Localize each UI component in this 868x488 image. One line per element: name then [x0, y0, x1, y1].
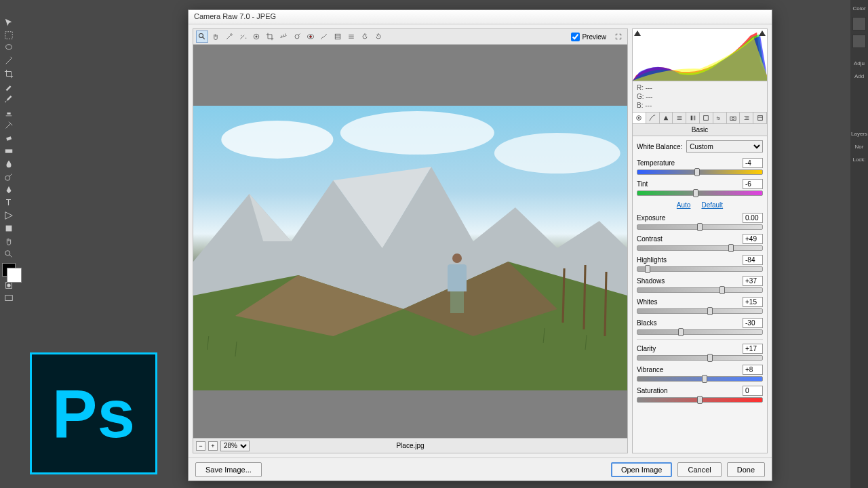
slider-thumb[interactable]: [728, 244, 734, 252]
tab-hsl-icon[interactable]: [673, 113, 686, 123]
slider-thumb[interactable]: [678, 328, 684, 336]
color-swatch[interactable]: [2, 263, 16, 277]
default-link[interactable]: Default: [701, 201, 723, 209]
open-image-button[interactable]: Open Image: [611, 462, 673, 477]
preview-checkbox[interactable]: [571, 33, 580, 41]
done-button[interactable]: Done: [727, 462, 765, 477]
tab-snapshots-icon[interactable]: [753, 113, 767, 123]
layers-panel-label[interactable]: Layers: [850, 129, 868, 138]
blacks-track[interactable]: [637, 329, 763, 335]
shape-tool-icon[interactable]: [1, 222, 16, 235]
temperature-track[interactable]: [637, 169, 763, 175]
white-balance-tool-icon[interactable]: [223, 30, 235, 43]
blacks-input[interactable]: [743, 318, 763, 328]
blur-tool-icon[interactable]: [1, 158, 16, 170]
tab-lens-icon[interactable]: [700, 113, 713, 123]
adjustment-brush-icon[interactable]: [318, 30, 330, 43]
rotate-cw-icon[interactable]: [372, 30, 384, 43]
vibrance-track[interactable]: [637, 376, 763, 382]
slider-thumb[interactable]: [693, 189, 698, 197]
zoom-tool-icon[interactable]: [196, 30, 208, 43]
stamp-tool-icon[interactable]: [1, 106, 16, 119]
tab-fx-icon[interactable]: fx: [713, 113, 727, 123]
saturation-track[interactable]: [637, 397, 763, 403]
slider-thumb[interactable]: [697, 396, 703, 404]
highlights-input[interactable]: [743, 255, 763, 265]
highlights-track[interactable]: [637, 266, 763, 272]
shadows-track[interactable]: [637, 287, 763, 293]
slider-thumb[interactable]: [719, 286, 725, 294]
slider-thumb[interactable]: [702, 375, 707, 383]
contrast-input[interactable]: [743, 234, 763, 244]
move-tool-icon[interactable]: [1, 16, 16, 28]
prefs-icon[interactable]: [345, 30, 357, 43]
slider-thumb[interactable]: [707, 307, 713, 315]
whites-input[interactable]: [743, 297, 763, 307]
graduated-filter-icon[interactable]: [332, 30, 344, 43]
rotate-ccw-icon[interactable]: [359, 30, 371, 43]
straighten-tool-icon[interactable]: [277, 30, 290, 43]
adjustments-panel-label[interactable]: Adju: [852, 59, 866, 68]
path-tool-icon[interactable]: [1, 209, 16, 222]
gradient-tool-icon[interactable]: [1, 145, 16, 157]
clarity-input[interactable]: [743, 344, 763, 354]
crop-tool-icon[interactable]: [1, 68, 16, 80]
history-brush-icon[interactable]: [1, 119, 16, 131]
tab-presets-icon[interactable]: [740, 113, 753, 123]
exposure-track[interactable]: [637, 224, 763, 230]
slider-thumb[interactable]: [697, 223, 703, 231]
tab-camera-icon[interactable]: [727, 113, 741, 123]
crop-tool-icon[interactable]: [264, 30, 276, 43]
saturation-input[interactable]: [743, 386, 763, 396]
clarity-track[interactable]: [637, 355, 763, 361]
marquee-tool-icon[interactable]: [1, 29, 16, 41]
zoom-out-button[interactable]: −: [196, 441, 205, 451]
tab-curve-icon[interactable]: [646, 113, 660, 123]
preview-canvas[interactable]: [193, 45, 628, 439]
panel-icon[interactable]: [852, 35, 866, 48]
hand-tool-icon[interactable]: [1, 235, 16, 247]
eraser-tool-icon[interactable]: [1, 132, 16, 144]
brush-tool-icon[interactable]: [1, 94, 16, 106]
tint-input[interactable]: [743, 179, 763, 189]
lasso-tool-icon[interactable]: [1, 42, 16, 54]
shadow-clip-icon[interactable]: [634, 30, 641, 36]
normal-label[interactable]: Nor: [854, 142, 865, 151]
screen-mode-icon[interactable]: [1, 292, 16, 304]
save-image-button[interactable]: Save Image...: [195, 462, 262, 477]
type-tool-icon[interactable]: T: [1, 197, 16, 209]
exposure-input[interactable]: [743, 213, 763, 223]
targeted-adjust-icon[interactable]: [250, 30, 262, 43]
contrast-track[interactable]: [637, 245, 763, 251]
slider-thumb[interactable]: [645, 265, 650, 273]
wand-tool-icon[interactable]: [1, 55, 16, 67]
highlight-clip-icon[interactable]: [759, 30, 766, 36]
auto-link[interactable]: Auto: [677, 201, 691, 209]
hand-tool-icon[interactable]: [210, 30, 222, 43]
fullscreen-icon[interactable]: [612, 30, 625, 43]
zoom-tool-icon[interactable]: [1, 248, 16, 260]
eyedropper-tool-icon[interactable]: [1, 81, 16, 93]
tab-basic-icon[interactable]: [633, 113, 646, 123]
shadows-input[interactable]: [743, 276, 763, 286]
temperature-input[interactable]: [743, 158, 763, 168]
zoom-select[interactable]: 28%: [220, 441, 250, 451]
tint-track[interactable]: [637, 190, 763, 196]
pen-tool-icon[interactable]: [1, 184, 16, 196]
slider-thumb[interactable]: [694, 168, 700, 176]
zoom-in-button[interactable]: +: [208, 441, 218, 451]
color-sampler-icon[interactable]: [237, 30, 249, 43]
whites-track[interactable]: [637, 308, 763, 314]
spot-removal-icon[interactable]: [291, 30, 303, 43]
panel-icon[interactable]: [852, 17, 866, 30]
tab-detail-icon[interactable]: [660, 113, 673, 123]
cancel-button[interactable]: Cancel: [677, 462, 721, 477]
histogram[interactable]: [632, 28, 768, 81]
color-panel-label[interactable]: Color: [851, 4, 867, 13]
tab-split-icon[interactable]: [686, 113, 700, 123]
red-eye-icon[interactable]: [304, 30, 317, 43]
dodge-tool-icon[interactable]: [1, 171, 16, 183]
slider-thumb[interactable]: [707, 354, 713, 362]
wb-select[interactable]: Custom: [686, 140, 763, 152]
vibrance-input[interactable]: [743, 365, 763, 375]
